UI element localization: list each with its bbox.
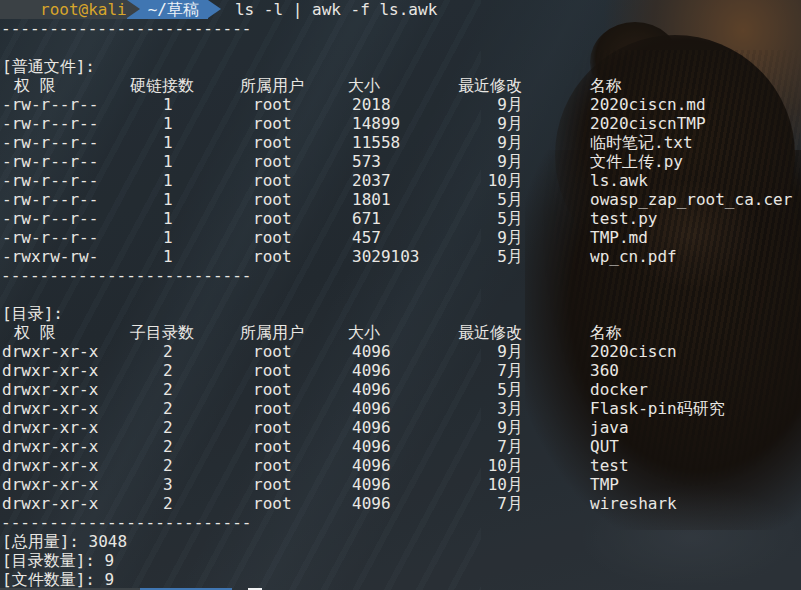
files-section-title: [普通文件]: xyxy=(0,57,801,76)
cell-links: 2 xyxy=(163,437,173,456)
user-host-label: root@kali xyxy=(40,0,127,19)
cell-perm: drwxr-xr-x xyxy=(2,437,98,456)
cell-owner: root xyxy=(253,152,292,171)
cell-owner: root xyxy=(253,475,292,494)
cell-perm: drwxr-xr-x xyxy=(2,380,98,399)
cell-name: wireshark xyxy=(590,494,677,513)
cell-name: Flask-pin码研究 xyxy=(590,399,725,418)
cell-links: 1 xyxy=(163,209,173,228)
cell-links: 2 xyxy=(163,456,173,475)
table-row: drwxr-xr-x2root40967月360 xyxy=(0,361,801,380)
cell-month: 10月 xyxy=(458,475,523,494)
blank-line xyxy=(0,285,801,304)
header-month: 最近修改 xyxy=(458,323,522,342)
separator-line: -------------------------- xyxy=(0,266,801,285)
table-row: -rwxrw-rw-1root30291035月wp_cn.pdf xyxy=(0,247,801,266)
cell-month: 5月 xyxy=(458,209,523,228)
cell-perm: -rw-r--r-- xyxy=(2,190,98,209)
prompt-bar: root@kali ~/草稿 ls -l | awk -f ls.awk xyxy=(0,0,801,19)
cell-name: TMP.md xyxy=(590,228,648,247)
cell-name: test.py xyxy=(590,209,657,228)
terminal-content: root@kali ~/草稿 ls -l | awk -f ls.awk ---… xyxy=(0,0,801,590)
cell-owner: root xyxy=(253,247,292,266)
table-row: drwxr-xr-x2root40967月wireshark xyxy=(0,494,801,513)
cell-owner: root xyxy=(253,380,292,399)
space xyxy=(95,551,105,570)
cell-name: wp_cn.pdf xyxy=(590,247,677,266)
table-row: -rw-r--r--1root203710月ls.awk xyxy=(0,171,801,190)
cell-size: 4096 xyxy=(352,399,391,418)
cell-month: 7月 xyxy=(458,494,523,513)
cell-perm: -rw-r--r-- xyxy=(2,152,98,171)
dirs-header-row: 权 限 子目录数 所属用户 大小 最近修改 名称 xyxy=(0,323,801,342)
summary-total-line: [总用量]: 3048 xyxy=(0,532,801,551)
cell-owner: root xyxy=(253,418,292,437)
header-size: 大小 xyxy=(348,323,380,342)
cell-month: 10月 xyxy=(458,456,523,475)
cell-links: 2 xyxy=(163,361,173,380)
header-perm: 权 限 xyxy=(14,76,56,95)
cell-links: 2 xyxy=(163,418,173,437)
cell-perm: drwxr-xr-x xyxy=(2,399,98,418)
cell-month: 9月 xyxy=(458,418,523,437)
cell-links: 2 xyxy=(163,399,173,418)
cell-name: 2020ciscn xyxy=(590,342,677,361)
cell-links: 2 xyxy=(163,342,173,361)
cell-name: 2020ciscnTMP xyxy=(590,114,706,133)
cell-owner: root xyxy=(253,494,292,513)
summary-files-value: 9 xyxy=(105,570,115,589)
cell-links: 1 xyxy=(163,247,173,266)
cell-perm: -rwxrw-rw- xyxy=(2,247,98,266)
cell-links: 2 xyxy=(163,494,173,513)
cell-size: 4096 xyxy=(352,437,391,456)
cell-month: 10月 xyxy=(458,171,523,190)
table-row: -rw-r--r--1root4579月TMP.md xyxy=(0,228,801,247)
space xyxy=(79,532,89,551)
summary-dirs-line: [目录数量]: 9 xyxy=(0,551,801,570)
terminal-screen[interactable]: root@kali ~/草稿 ls -l | awk -f ls.awk ---… xyxy=(0,0,801,590)
cell-size: 4096 xyxy=(352,380,391,399)
header-owner: 所属用户 xyxy=(240,76,304,95)
cell-size: 14899 xyxy=(352,114,400,133)
cell-size: 4096 xyxy=(352,494,391,513)
path-segment: ~/草稿 xyxy=(127,0,208,19)
cell-name: QUT xyxy=(590,437,619,456)
user-host-segment: root@kali xyxy=(0,0,127,19)
header-perm: 权 限 xyxy=(14,323,56,342)
command-text: ls -l | awk -f ls.awk xyxy=(235,0,437,19)
cell-month: 3月 xyxy=(458,399,523,418)
cell-size: 4096 xyxy=(352,456,391,475)
table-row: -rw-r--r--1root148999月2020ciscnTMP xyxy=(0,114,801,133)
cell-month: 9月 xyxy=(458,228,523,247)
cell-size: 4096 xyxy=(352,475,391,494)
cell-owner: root xyxy=(253,342,292,361)
cell-owner: root xyxy=(253,456,292,475)
cell-month: 5月 xyxy=(458,380,523,399)
cell-owner: root xyxy=(253,95,292,114)
powerline-arrow-icon xyxy=(208,0,221,18)
cell-links: 1 xyxy=(163,95,173,114)
table-row: -rw-r--r--1root20189月2020ciscn.md xyxy=(0,95,801,114)
cell-size: 4096 xyxy=(352,418,391,437)
cell-size: 457 xyxy=(352,228,381,247)
summary-files-line: [文件数量]: 9 xyxy=(0,570,801,589)
summary-files-label: [文件数量]: xyxy=(2,570,95,589)
cell-name: 2020ciscn.md xyxy=(590,95,706,114)
cell-links: 1 xyxy=(163,114,173,133)
cell-month: 9月 xyxy=(458,342,523,361)
cell-month: 9月 xyxy=(458,114,523,133)
cell-size: 4096 xyxy=(352,342,391,361)
cell-owner: root xyxy=(253,133,292,152)
cell-owner: root xyxy=(253,437,292,456)
cell-owner: root xyxy=(253,209,292,228)
path-label: ~/草稿 xyxy=(148,0,199,19)
separator-line: -------------------------- xyxy=(0,19,801,38)
cell-name: 临时笔记.txt xyxy=(590,133,693,152)
cell-name: test xyxy=(590,456,629,475)
cell-size: 671 xyxy=(352,209,381,228)
space xyxy=(95,570,105,589)
header-name: 名称 xyxy=(590,76,622,95)
cell-perm: -rw-r--r-- xyxy=(2,114,98,133)
cell-month: 7月 xyxy=(458,437,523,456)
table-row: drwxr-xr-x2root409610月test xyxy=(0,456,801,475)
